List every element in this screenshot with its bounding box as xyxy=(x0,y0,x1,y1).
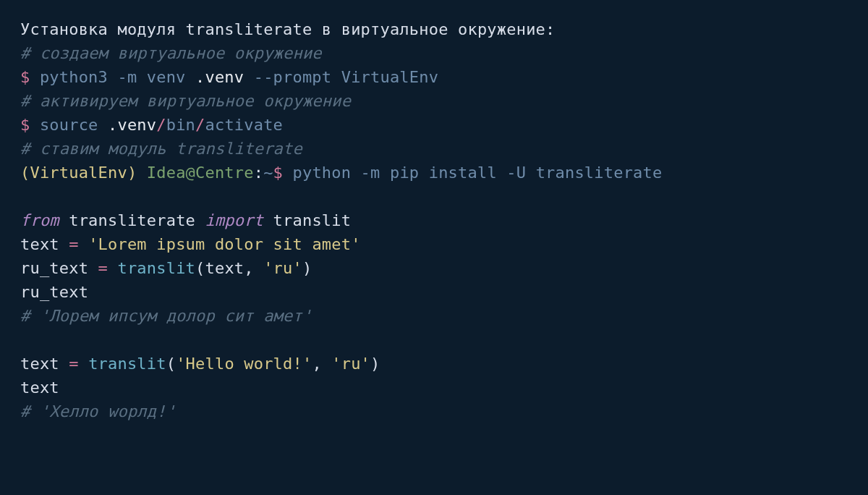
string-literal: 'ru' xyxy=(263,259,302,277)
space xyxy=(79,235,88,253)
var-text: text xyxy=(20,235,59,253)
string-literal: 'Hello world!' xyxy=(176,355,312,373)
kw-import: import xyxy=(205,211,263,229)
paren: ) xyxy=(302,259,312,277)
op-assign: = xyxy=(69,355,78,373)
cmd-part: source xyxy=(40,116,108,134)
paren: ) xyxy=(370,355,380,373)
user-host: Idea@Centre xyxy=(147,164,254,182)
cmd-part: --prompt VirtualEnv xyxy=(244,68,438,86)
comma: , xyxy=(312,355,331,373)
expr-text: text xyxy=(20,378,59,397)
output-comment: # 'Лорем ипсум долор сит амет' xyxy=(20,307,312,325)
shell-prompt: $ xyxy=(20,116,40,134)
space xyxy=(59,355,69,373)
output-comment: # 'Хелло wорлд!' xyxy=(20,402,176,420)
var-text: text xyxy=(20,355,59,373)
space xyxy=(59,211,69,229)
path-part: bin xyxy=(166,116,195,134)
colon: : xyxy=(254,164,263,182)
pip-install-cmd: python -m pip install -U transliterate xyxy=(293,164,663,182)
module-name: transliterate xyxy=(69,211,195,229)
space xyxy=(59,235,69,253)
space xyxy=(108,259,117,277)
paren: ( xyxy=(166,355,176,373)
path-sep: / xyxy=(156,116,166,134)
op-assign: = xyxy=(98,259,108,277)
var-ru-text: ru_text xyxy=(20,259,88,277)
fn-translit: translit xyxy=(88,355,166,373)
kw-from: from xyxy=(20,211,59,229)
shell-prompt: $ xyxy=(20,68,40,86)
cwd-tilde: ~ xyxy=(263,164,273,182)
space xyxy=(195,211,205,229)
path-sep: / xyxy=(195,116,205,134)
comment-create-venv: # создаем виртуальное окружение xyxy=(20,44,322,62)
fn-translit: translit xyxy=(117,259,195,277)
op-assign: = xyxy=(69,235,78,253)
shell-prompt: $ xyxy=(273,164,293,182)
path-part: .venv xyxy=(108,116,156,134)
path-part: activate xyxy=(205,116,284,134)
import-name: translit xyxy=(273,211,352,229)
comma: , xyxy=(244,259,263,277)
comment-install: # ставим модуль transliterate xyxy=(20,140,302,158)
paren: ( xyxy=(195,259,205,277)
space xyxy=(88,259,98,277)
space xyxy=(263,211,273,229)
string-literal: 'Lorem ipsum dolor sit amet' xyxy=(88,235,360,253)
comment-activate-venv: # активируем виртуальное окружение xyxy=(20,92,351,110)
venv-prefix: (VirtualEnv) xyxy=(20,164,147,182)
string-literal: 'ru' xyxy=(331,355,370,373)
arg: text xyxy=(205,259,244,277)
expr-ru-text: ru_text xyxy=(20,283,88,301)
intro-text: Установка модуля transliterate в виртуал… xyxy=(20,20,555,38)
space xyxy=(79,355,88,373)
cmd-part: .venv xyxy=(195,68,244,86)
cmd-part: python3 -m venv xyxy=(40,68,195,86)
code-block: Установка модуля transliterate в виртуал… xyxy=(0,0,868,441)
